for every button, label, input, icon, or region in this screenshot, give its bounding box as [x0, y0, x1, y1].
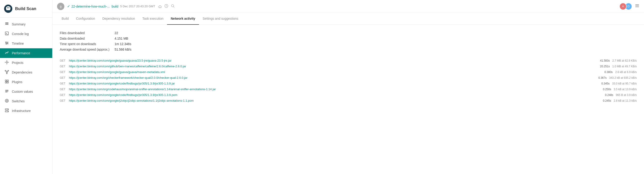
svg-point-22 [6, 71, 8, 72]
build-name-link[interactable]: 22-determine-how-much-... [72, 5, 110, 8]
http-method: GET [60, 88, 69, 91]
sidebar-item-label: Dependencies [12, 70, 32, 74]
download-url-link[interactable]: https://jcenter.bintray.com/com/github/b… [69, 65, 582, 68]
http-method: GET [60, 99, 69, 102]
download-time: 0.367s [593, 76, 606, 79]
tab-network-activity[interactable]: Network activity [167, 13, 199, 25]
summary-icon [4, 22, 9, 27]
download-url-link[interactable]: https://jcenter.bintray.com/org/checkerf… [69, 76, 582, 79]
svg-rect-47 [635, 7, 639, 7]
sidebar-item-timeline[interactable]: Timeline [0, 39, 52, 48]
sidebar-item-console-log[interactable]: Console log [0, 29, 52, 39]
svg-rect-30 [7, 80, 8, 81]
svg-point-36 [5, 99, 8, 102]
download-stats: 0.250s 3.5 kB at 13.9 kB/s [586, 88, 637, 91]
download-size: 343.2 kB at 935.2 kB/s [609, 76, 637, 79]
svg-point-14 [6, 42, 6, 43]
svg-point-18 [6, 60, 7, 61]
svg-point-4 [7, 7, 8, 8]
download-url-link[interactable]: https://jcenter.bintray.com/org/codehaus… [69, 88, 582, 91]
tab-settings-suggestions[interactable]: Settings and suggestions [199, 13, 242, 25]
http-method: GET [60, 70, 69, 74]
sidebar-header: Build Scan [0, 0, 52, 18]
sidebar-item-switches[interactable]: Switches [0, 96, 52, 106]
stat-value: 1m 12.348s [114, 42, 131, 46]
download-row: GET https://jcenter.bintray.com/com/gith… [60, 63, 637, 69]
download-row: GET https://jcenter.bintray.com/com/goog… [60, 80, 637, 86]
tab-configuration[interactable]: Configuration [72, 13, 98, 25]
download-stats: 0.367s 343.2 kB at 935.2 kB/s [586, 76, 637, 79]
stat-row-speed: Average download speed (approx.) 51.566 … [60, 48, 637, 51]
download-size: 965 B at 3.9 kB/s [616, 94, 637, 97]
content-area: Files downloaded 22 Data downloaded 4.15… [52, 25, 644, 174]
custom-values-icon [4, 89, 9, 94]
sidebar-item-summary[interactable]: Summary [0, 20, 52, 29]
download-row: GET https://jcenter.bintray.com/com/goog… [60, 69, 637, 75]
svg-point-21 [8, 62, 9, 63]
download-row: GET https://jcenter.bintray.com/org/chec… [60, 75, 637, 80]
download-url-link[interactable]: https://jcenter.bintray.com/com/google/c… [69, 93, 582, 97]
download-time: 0.245s [598, 99, 611, 102]
svg-point-17 [6, 62, 8, 63]
build-label-link[interactable]: build [112, 5, 118, 8]
sidebar-item-label: Summary [12, 22, 26, 26]
svg-rect-46 [635, 6, 639, 6]
main-content: g ✓ 22-determine-how-much-... build 5 De… [52, 0, 644, 174]
download-size: 2.8 kB at 11.3 kB/s [614, 99, 637, 102]
dependencies-icon [4, 70, 9, 75]
download-time: 0.248s [600, 94, 613, 97]
stat-row-data: Data downloaded 4.151 MB [60, 37, 637, 40]
sidebar-item-infrastructure[interactable]: Infrastructure [0, 106, 52, 116]
http-method: GET [60, 76, 69, 79]
download-time: 20.251s [596, 65, 610, 68]
topbar-action-icons [158, 4, 175, 9]
sidebar-item-performance[interactable]: Performance [0, 48, 52, 58]
download-url-link[interactable]: https://jcenter.bintray.com/com/google/g… [69, 59, 582, 62]
svg-rect-35 [5, 92, 8, 92]
download-url-link[interactable]: https://jcenter.bintray.com/com/google/j… [69, 99, 582, 102]
download-stats: 0.345s 33.0 kB at 95.7 kB/s [586, 82, 637, 85]
status-check-icon: ✓ [67, 4, 70, 9]
sidebar-item-label: Custom values [12, 90, 33, 94]
stat-label: Files downloaded [60, 31, 114, 35]
search-icon[interactable] [171, 4, 175, 9]
gradle-logo [4, 4, 13, 13]
tab-build[interactable]: Build [58, 13, 72, 25]
user-avatar: g [57, 3, 64, 10]
download-stats: 0.245s 2.8 kB at 11.3 kB/s [586, 99, 637, 102]
http-method: GET [60, 65, 69, 68]
download-stats: 0.248s 965 B at 3.9 kB/s [586, 94, 637, 97]
svg-point-16 [6, 44, 7, 44]
timeline-icon [4, 41, 9, 46]
stat-row-files: Files downloaded 22 [60, 31, 637, 35]
infrastructure-icon [4, 108, 9, 113]
http-method: GET [60, 94, 69, 97]
download-url-link[interactable]: https://jcenter.bintray.com/com/google/g… [69, 70, 582, 74]
projects-icon [4, 60, 9, 65]
hamburger-menu-icon[interactable] [635, 4, 640, 9]
topbar: g ✓ 22-determine-how-much-... build 5 De… [52, 0, 644, 13]
svg-point-20 [5, 62, 6, 63]
tab-task-execution[interactable]: Task execution [139, 13, 167, 25]
link-icon[interactable] [158, 4, 162, 9]
download-time: 41.583s [596, 59, 610, 62]
sidebar-item-dependencies[interactable]: Dependencies [0, 67, 52, 77]
history-icon[interactable] [164, 4, 168, 9]
sidebar-item-label: Projects [12, 61, 24, 65]
svg-rect-8 [5, 24, 8, 25]
sidebar-item-custom-values[interactable]: Custom values [0, 87, 52, 96]
topbar-right: A O [619, 3, 640, 10]
stat-label: Time spent on downloads [60, 42, 114, 46]
sidebar-item-plugins[interactable]: Plugins [0, 77, 52, 87]
svg-rect-45 [635, 4, 639, 5]
sidebar-item-projects[interactable]: Projects [0, 58, 52, 67]
download-url-link[interactable]: https://jcenter.bintray.com/com/google/c… [69, 82, 582, 85]
download-size: 3.5 kB at 13.9 kB/s [614, 88, 637, 91]
http-method: GET [60, 59, 69, 62]
download-size: 2.7 MB at 62.9 KB/s [612, 59, 637, 62]
svg-rect-34 [5, 91, 8, 91]
svg-rect-6 [5, 22, 8, 23]
sidebar-item-label: Timeline [12, 42, 24, 45]
svg-point-41 [8, 111, 8, 112]
tab-dependency-resolution[interactable]: Dependency resolution [98, 13, 138, 25]
